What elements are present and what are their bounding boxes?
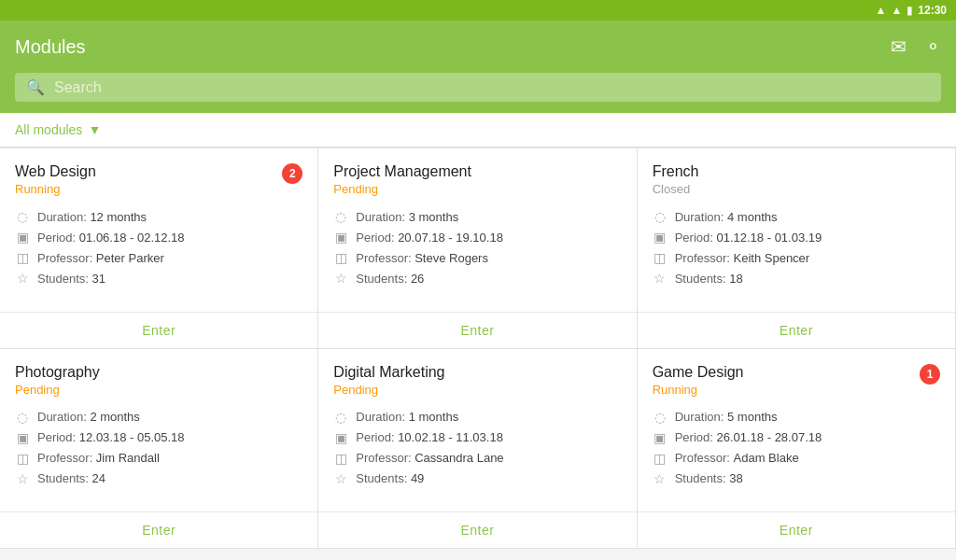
module-title-group: Game Design Running [653,364,744,397]
professor-label: Professor: Steve Rogers [356,251,488,265]
duration-row: ◌ Duration: 1 months [333,410,621,425]
students-row: ☆ Students: 49 [333,471,621,486]
module-title: Photography [15,364,100,381]
period-label: Period: 12.03.18 - 05.05.18 [37,430,185,444]
professor-icon: ◫ [653,451,668,466]
account-icon[interactable]: ⚬ [925,35,941,58]
duration-row: ◌ Duration: 5 months [653,410,940,425]
calendar-icon: ▣ [333,230,348,245]
calendar-icon: ▣ [15,230,30,245]
chevron-down-icon[interactable]: ▼ [88,122,101,137]
module-title: Game Design [653,364,744,381]
professor-icon: ◫ [333,451,348,466]
students-row: ☆ Students: 31 [15,271,302,286]
notifications-icon[interactable]: ✉ [891,35,907,58]
period-row: ▣ Period: 12.03.18 - 05.05.18 [15,430,302,445]
module-footer: Enter [0,312,317,348]
students-icon: ☆ [333,471,348,486]
clock-icon: ◌ [653,410,668,425]
period-row: ▣ Period: 01.12.18 - 01.03.19 [653,230,940,245]
module-footer: Enter [638,511,955,548]
module-details: ◌ Duration: 12 months ▣ Period: 01.06.18… [15,209,302,286]
calendar-icon: ▣ [333,430,348,445]
enter-button[interactable]: Enter [780,523,813,538]
search-bar: 🔍 [0,73,956,113]
enter-button[interactable]: Enter [142,523,176,538]
battery-icon: ▮ [907,4,913,17]
enter-button[interactable]: Enter [142,323,176,338]
module-status: Running [653,383,744,397]
module-content: Project Management Pending ◌ Duration: 3… [318,148,636,312]
calendar-icon: ▣ [653,430,668,445]
professor-row: ◫ Professor: Adam Blake [653,451,940,466]
filter-label[interactable]: All modules [15,122,82,137]
module-status: Closed [653,182,699,196]
professor-label: Professor: Jim Randall [37,451,160,465]
module-header: Project Management Pending [333,163,621,196]
search-icon: 🔍 [26,78,45,96]
time-display: 12:30 [918,4,947,17]
students-icon: ☆ [15,471,30,486]
enter-button[interactable]: Enter [461,323,495,338]
duration-label: Duration: 3 months [356,210,458,224]
duration-row: ◌ Duration: 12 months [15,209,302,224]
signal-icon: ▲ [891,4,902,17]
module-footer: Enter [318,312,636,348]
professor-label: Professor: Cassandra Lane [356,451,503,465]
period-row: ▣ Period: 26.01.18 - 28.07.18 [653,430,940,445]
module-card: Photography Pending ◌ Duration: 2 months… [0,349,318,550]
students-row: ☆ Students: 18 [653,271,940,286]
module-title: Web Design [15,163,96,180]
status-icons: ▲ ▲ ▮ 12:30 [876,4,947,17]
students-icon: ☆ [333,271,348,286]
professor-row: ◫ Professor: Cassandra Lane [333,451,621,466]
module-footer: Enter [318,511,636,548]
duration-row: ◌ Duration: 2 months [15,410,302,425]
module-status: Pending [15,383,100,397]
module-header: French Closed [653,163,940,196]
module-content: Web Design Running 2 ◌ Duration: 12 mont… [0,148,317,312]
students-row: ☆ Students: 26 [333,271,621,286]
notification-badge: 1 [920,364,940,385]
module-content: Game Design Running 1 ◌ Duration: 5 mont… [638,349,955,512]
professor-icon: ◫ [333,250,348,265]
clock-icon: ◌ [15,209,30,224]
module-details: ◌ Duration: 2 months ▣ Period: 12.03.18 … [15,410,302,486]
students-icon: ☆ [653,271,668,286]
module-card: Web Design Running 2 ◌ Duration: 12 mont… [0,148,318,349]
enter-button[interactable]: Enter [461,523,495,538]
students-label: Students: 24 [37,471,105,485]
module-title-group: Digital Marketing Pending [333,364,444,397]
period-label: Period: 01.06.18 - 02.12.18 [37,231,185,245]
module-card: Game Design Running 1 ◌ Duration: 5 mont… [638,349,956,550]
professor-icon: ◫ [15,451,30,466]
module-card: Project Management Pending ◌ Duration: 3… [318,148,637,349]
header-actions: ✉ ⚬ [891,35,941,58]
clock-icon: ◌ [333,209,348,224]
duration-label: Duration: 4 months [675,210,778,224]
enter-button[interactable]: Enter [780,323,813,338]
clock-icon: ◌ [653,209,668,224]
module-details: ◌ Duration: 3 months ▣ Period: 20.07.18 … [333,209,621,286]
calendar-icon: ▣ [15,430,30,445]
professor-label: Professor: Adam Blake [675,451,799,465]
status-bar: ▲ ▲ ▮ 12:30 [0,0,956,21]
professor-label: Professor: Peter Parker [37,251,164,265]
students-label: Students: 18 [675,272,743,286]
period-row: ▣ Period: 10.02.18 - 11.03.18 [333,430,621,445]
module-header: Game Design Running 1 [653,364,940,397]
module-details: ◌ Duration: 1 months ▣ Period: 10.02.18 … [333,410,621,486]
module-header: Photography Pending [15,364,302,397]
duration-row: ◌ Duration: 4 months [653,209,940,224]
clock-icon: ◌ [15,410,30,425]
period-label: Period: 20.07.18 - 19.10.18 [356,231,503,245]
module-header: Digital Marketing Pending [333,364,621,397]
period-label: Period: 10.02.18 - 11.03.18 [356,430,503,444]
search-input[interactable] [54,79,930,96]
header-title: Modules [15,36,86,58]
professor-row: ◫ Professor: Peter Parker [15,250,302,265]
period-row: ▣ Period: 01.06.18 - 02.12.18 [15,230,302,245]
period-row: ▣ Period: 20.07.18 - 19.10.18 [333,230,621,245]
period-label: Period: 26.01.18 - 28.07.18 [675,430,822,444]
module-card: French Closed ◌ Duration: 4 months ▣ Per… [638,148,956,349]
